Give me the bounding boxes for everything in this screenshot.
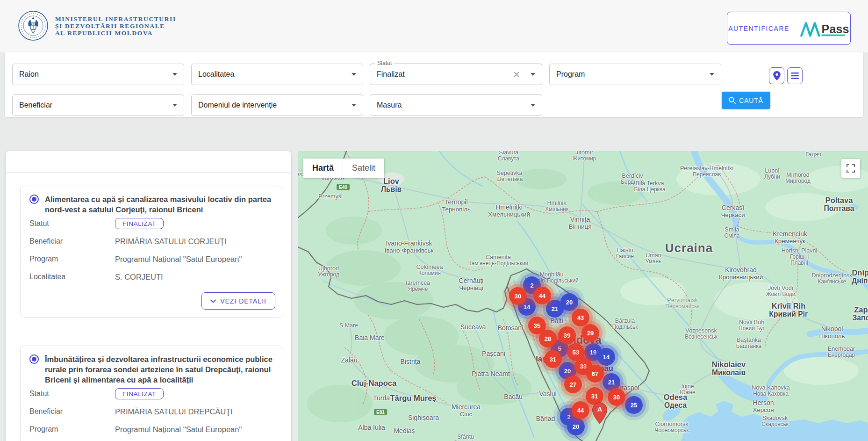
map-label: SmilaСміла	[725, 226, 740, 239]
map-label: CerkasîЧеркаси	[721, 204, 745, 219]
raion-select-label: Raion	[19, 70, 169, 79]
map-type-satelit-button[interactable]: Satelit	[343, 159, 384, 178]
map-type-harta-button[interactable]: Hartă	[303, 159, 343, 178]
raion-select[interactable]: Raion	[12, 64, 184, 85]
radio-selected-icon[interactable]	[29, 195, 39, 204]
map-label: Piatra Neamț	[472, 370, 510, 378]
project-row-program: Program Programul Național "Satul Europe…	[29, 420, 275, 438]
statut-floating-label: Statut	[375, 60, 394, 66]
map-label: HersonХерсон	[753, 399, 774, 414]
project-card[interactable]: Îmbunătățirea și dezvoltarea infrastruct…	[20, 346, 283, 441]
map-cluster-marker[interactable]: 39	[558, 326, 576, 344]
map-label: CiornomorskЧорноморськ	[655, 421, 689, 434]
ministry-brand: MINISTERUL INFRASTRUCTURII ȘI DEZVOLTĂRI…	[18, 10, 176, 41]
map-cluster-marker[interactable]: 44	[572, 401, 589, 419]
road-badge: E81	[374, 409, 387, 415]
masura-select[interactable]: Masura	[370, 94, 542, 116]
map-label: LiovЛьвів	[381, 177, 402, 194]
map-cluster-marker[interactable]: 14	[597, 348, 615, 366]
details-button-label: VEZI DETALII	[220, 297, 266, 305]
chevron-down-icon	[172, 73, 177, 76]
statut-select-value: Finalizat	[377, 70, 513, 79]
ministry-name: MINISTERUL INFRASTRUCTURII ȘI DEZVOLTĂRI…	[55, 15, 176, 36]
status-badge: FINALIZAT	[115, 218, 164, 229]
map-label: SkadovskСкадовськ	[761, 415, 789, 427]
map-label: Ucraina	[665, 241, 713, 255]
map-cluster-marker[interactable]: 25	[625, 396, 643, 414]
map-label: Turda	[373, 395, 390, 402]
fullscreen-button[interactable]	[841, 159, 860, 178]
map-label: SfântuGheorghe	[453, 434, 478, 441]
list-icon	[791, 72, 799, 79]
map-label: DniprДніпр	[852, 268, 868, 285]
map-pin-marker-a[interactable]: A	[592, 402, 608, 425]
login-button[interactable]: AUTENTIFICARE Pass	[727, 12, 851, 45]
map-cluster-marker[interactable]: 27	[564, 376, 582, 393]
map-label: DniprodzerjînskКам'янське	[812, 272, 853, 285]
map-label: VinnițaВінниця	[569, 216, 592, 231]
program-select[interactable]: Program	[549, 64, 721, 85]
masura-select-label: Masura	[377, 101, 527, 109]
map-cluster-marker[interactable]: 44	[533, 287, 551, 304]
details-button[interactable]: VEZI DETALII	[201, 292, 275, 310]
map-label: Bârlad	[536, 415, 555, 423]
project-row-program: Program Programul Național "Satul Europe…	[29, 250, 275, 268]
map-cluster-marker[interactable]: 30	[608, 388, 625, 406]
beneficiar-value: PRIMĂRIA SATULUI DREPCĂUŢI	[115, 407, 233, 416]
map-label: Sighișoara	[408, 414, 439, 422]
map-cluster-marker[interactable]: 28	[539, 330, 557, 347]
map-cluster-marker[interactable]: 20	[567, 418, 585, 435]
map-label: TernopilТернопіль	[442, 199, 471, 213]
domeniul-select[interactable]: Domeniul de intervenție	[191, 94, 363, 116]
localitatea-select[interactable]: Localitatea	[191, 64, 363, 85]
ministry-line-2: ȘI DEZVOLTĂRII REGIONALE	[55, 22, 176, 29]
map-label: Ivano-FrankivskІвано-Франківськ	[385, 240, 434, 254]
map[interactable]: UcrainaMoldovaLiovЛьвівPoltavaПолтаваClu…	[298, 151, 868, 441]
project-row-statut: Statut FINALIZAT	[29, 215, 275, 232]
map-label: Novîi BuhНовий Буг	[739, 319, 765, 332]
map-cluster-marker[interactable]: 20	[560, 293, 578, 311]
results-toolbar	[6, 151, 291, 172]
project-row-beneficiar: Beneficiar PRIMĂRIA SATULUI DREPCĂUŢI	[29, 403, 275, 420]
search-button[interactable]: CAUTĂ	[722, 92, 770, 109]
map-label: Bistrița	[401, 358, 421, 366]
chevron-down-icon	[172, 104, 177, 107]
map-label: NikopolНікополь	[819, 325, 845, 340]
radio-selected-icon[interactable]	[29, 354, 39, 364]
map-cluster-marker[interactable]: 30	[509, 287, 527, 305]
map-label: Zalău	[341, 357, 357, 364]
map-label: Przemyśl	[318, 193, 342, 200]
map-cluster-marker[interactable]: 43	[572, 309, 589, 326]
map-label: Bălți	[550, 318, 563, 325]
map-label: Pereiaslav-HmelnitkiПереяслав	[680, 165, 733, 178]
map-label: BârzulaПодільськ	[612, 318, 638, 330]
map-label: ColomeeaКоломия	[416, 264, 443, 276]
row-label: Statut	[29, 219, 115, 228]
map-label: ZapoЗапор	[852, 305, 868, 322]
map-label: PervomaiskПервомайськ	[665, 297, 699, 310]
project-row-statut: Statut FINALIZAT	[29, 385, 275, 403]
map-view-button[interactable]	[769, 67, 784, 84]
clear-icon[interactable]: ✕	[513, 70, 520, 79]
map-label: Bacău	[504, 393, 523, 401]
map-type-control: Hartă Satelit	[303, 159, 384, 178]
map-cluster-marker[interactable]: 29	[581, 324, 599, 342]
login-button-label: AUTENTIFICARE	[728, 25, 789, 32]
pin-label: A	[592, 405, 608, 413]
statut-select[interactable]: Statut Finalizat ✕	[370, 64, 542, 85]
localitatea-select-label: Localitatea	[198, 70, 348, 79]
beneficiar-value: PRIMĂRIA SATULUI CORJEUŢI	[115, 237, 227, 246]
chevron-down-icon	[210, 299, 216, 303]
map-label: CernăuțiЧернівці	[459, 277, 484, 292]
map-label: Baia Mare	[355, 334, 385, 342]
map-cluster-marker[interactable]: 67	[586, 365, 604, 383]
map-label: MirhorodМиргород	[785, 172, 811, 184]
map-cluster-marker[interactable]: 31	[544, 350, 562, 368]
project-card[interactable]: Alimentarea cu apă și canalizarea masivu…	[20, 186, 283, 318]
map-label: Vaslui	[539, 390, 556, 398]
chevron-down-icon	[352, 73, 356, 76]
map-label: MiercureaCiuc	[452, 404, 481, 418]
map-label: Krîvîi RihКривий Ріг	[769, 302, 808, 318]
list-view-button[interactable]	[787, 67, 803, 84]
beneficiar-select[interactable]: Beneficiar	[12, 94, 184, 116]
